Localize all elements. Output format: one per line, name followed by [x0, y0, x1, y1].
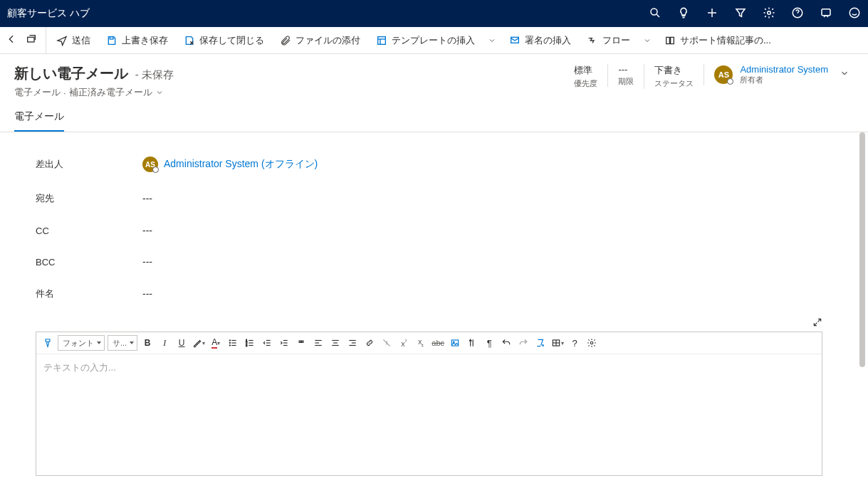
owner-avatar: AS	[714, 65, 733, 84]
highlight-button[interactable]: ▾	[192, 336, 206, 350]
priority-value: 標準	[574, 64, 597, 77]
tab-email[interactable]: 電子メール	[14, 103, 64, 132]
status-label: ステータス	[654, 78, 694, 89]
editor-settings-icon[interactable]	[585, 336, 599, 350]
outdent-button[interactable]	[260, 336, 274, 350]
rich-text-editor: フォント サ... B I U ▾ A▾ 123 x² x₂ abc ¶	[36, 332, 822, 476]
owner-name[interactable]: Administrator System	[740, 64, 828, 75]
scrollbar-track[interactable]	[858, 132, 867, 498]
owner-label: 所有者	[740, 75, 828, 85]
add-icon[interactable]	[706, 6, 718, 21]
command-bar: 送信 上書き保存 保存して閉じる ファイルの添付 テンプレートの挿入 署名の挿入…	[0, 27, 868, 54]
from-name[interactable]: Administrator System (オフライン)	[164, 158, 318, 171]
svg-line-1	[657, 14, 659, 17]
clear-format-button[interactable]	[533, 336, 548, 350]
strikethrough-button[interactable]: abc	[431, 336, 445, 350]
format-painter-icon[interactable]	[41, 336, 55, 350]
editor-body[interactable]: テキストの入力...	[36, 354, 822, 475]
bcc-field[interactable]: BCC ---	[36, 256, 822, 267]
chevron-down-icon	[155, 88, 164, 97]
header-expand-button[interactable]	[828, 64, 854, 80]
template-dropdown[interactable]	[485, 33, 499, 48]
svg-rect-41	[452, 340, 459, 346]
bold-button[interactable]: B	[140, 336, 155, 350]
bcc-value: ---	[142, 256, 152, 267]
due-block[interactable]: --- 期限	[607, 64, 644, 87]
svg-point-16	[230, 342, 231, 343]
owner-block[interactable]: AS Administrator System 所有者	[704, 64, 828, 85]
header-right: 標準 優先度 --- 期限 下書き ステータス AS Administrator…	[564, 64, 854, 89]
lightbulb-icon[interactable]	[677, 6, 690, 21]
align-center-button[interactable]	[328, 336, 343, 350]
align-left-button[interactable]	[311, 336, 325, 350]
due-label: 期限	[618, 76, 634, 87]
template-button[interactable]: テンプレートの挿入	[370, 31, 481, 50]
svg-rect-6	[822, 9, 830, 15]
kb-button[interactable]: サポート情報記事の...	[659, 31, 777, 50]
link-button[interactable]	[362, 336, 377, 350]
back-icon[interactable]	[6, 33, 17, 47]
attach-button[interactable]: ファイルの添付	[274, 31, 366, 50]
template-label: テンプレートの挿入	[392, 34, 475, 47]
unsaved-label: - 未保存	[131, 68, 174, 80]
record-header: 新しい電子メール - 未保存 電子メール · 補正済み電子メール 標準 優先度 …	[0, 54, 868, 103]
status-block[interactable]: 下書き ステータス	[644, 64, 704, 89]
command-bar-nav	[6, 27, 46, 53]
signature-button[interactable]: 署名の挿入	[503, 31, 577, 50]
to-field[interactable]: 宛先 ---	[36, 192, 822, 205]
font-select[interactable]: フォント	[58, 335, 105, 351]
flow-label: フロー	[602, 34, 630, 47]
font-size-select[interactable]: サ...	[108, 335, 137, 351]
flow-dropdown[interactable]	[640, 33, 654, 48]
subject-field[interactable]: 件名 ---	[36, 287, 822, 300]
subject-value: ---	[142, 288, 152, 300]
align-right-button[interactable]	[345, 336, 360, 350]
indent-button[interactable]	[277, 336, 291, 350]
editor-help-button[interactable]: ?	[568, 336, 582, 350]
bullet-list-button[interactable]	[226, 336, 240, 350]
breadcrumb[interactable]: 電子メール · 補正済み電子メール	[14, 86, 174, 99]
flow-button[interactable]: フロー	[581, 31, 636, 50]
italic-button[interactable]: I	[157, 336, 172, 350]
save-close-button[interactable]: 保存して閉じる	[178, 31, 270, 50]
app-title: 顧客サービス ハブ	[7, 7, 90, 20]
form-inner: 差出人 AS Administrator System (オフライン) 宛先 -…	[11, 139, 857, 317]
subscript-button[interactable]: x₂	[414, 336, 428, 350]
text-direction-button[interactable]	[465, 336, 479, 350]
save-label: 上書き保存	[122, 34, 168, 47]
header-left: 新しい電子メール - 未保存 電子メール · 補正済み電子メール	[14, 64, 174, 99]
priority-block[interactable]: 標準 優先度	[564, 64, 607, 89]
help-icon[interactable]	[791, 6, 804, 21]
superscript-button[interactable]: x²	[397, 336, 411, 350]
cc-field[interactable]: CC ---	[36, 225, 822, 236]
redo-button[interactable]	[516, 336, 530, 350]
table-button[interactable]: ▾	[550, 336, 565, 350]
undo-button[interactable]	[499, 336, 513, 350]
from-value[interactable]: AS Administrator System (オフライン)	[142, 157, 318, 172]
search-icon[interactable]	[649, 6, 662, 21]
underline-button[interactable]: U	[174, 336, 189, 350]
scrollbar-thumb[interactable]	[859, 132, 865, 367]
subject-label: 件名	[36, 287, 142, 300]
send-button[interactable]: 送信	[51, 31, 96, 50]
breadcrumb-entity: 電子メール	[14, 86, 61, 99]
from-label: 差出人	[36, 158, 142, 171]
bcc-label: BCC	[36, 257, 142, 267]
svg-point-4	[768, 11, 771, 14]
number-list-button[interactable]: 123	[243, 336, 257, 350]
open-tab-icon[interactable]	[26, 33, 37, 47]
topbar-icon-group	[649, 6, 861, 21]
expand-editor-button[interactable]	[11, 317, 857, 332]
image-button[interactable]	[448, 336, 462, 350]
font-color-button[interactable]: A▾	[209, 336, 223, 350]
quote-button[interactable]	[294, 336, 308, 350]
emoji-icon[interactable]	[848, 6, 861, 21]
save-button[interactable]: 上書き保存	[100, 31, 174, 50]
paragraph-button[interactable]: ¶	[482, 336, 496, 350]
page-title: 新しい電子メール	[14, 65, 128, 81]
svg-point-0	[651, 9, 657, 15]
gear-icon[interactable]	[763, 6, 775, 21]
assistant-icon[interactable]	[820, 6, 832, 21]
unlink-button[interactable]	[380, 336, 394, 350]
filter-icon[interactable]	[734, 6, 747, 21]
